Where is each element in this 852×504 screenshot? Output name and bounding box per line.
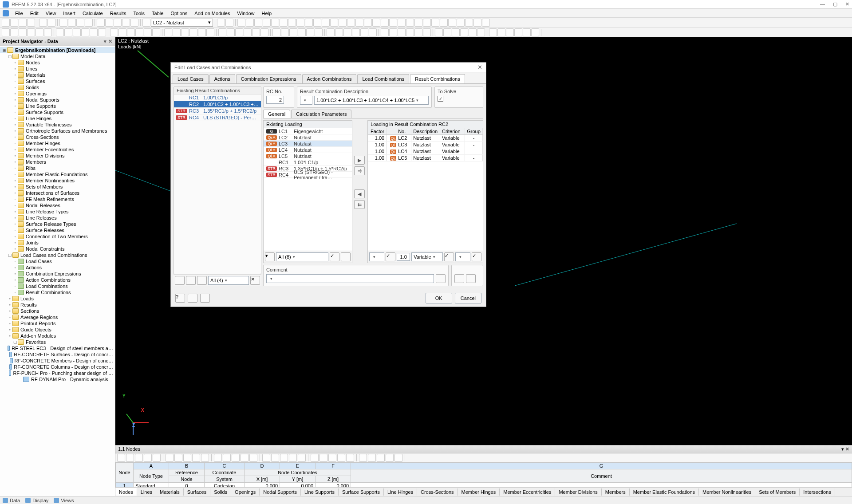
menu-file[interactable]: File xyxy=(12,10,27,17)
tree-item[interactable]: ▫Line Release Types xyxy=(0,209,115,215)
loading-row[interactable]: RC11.00*LC1/p xyxy=(264,159,352,165)
tb-nav-next[interactable] xyxy=(225,19,233,27)
tb2-41[interactable] xyxy=(369,28,377,36)
dpbtn-22[interactable] xyxy=(328,454,336,462)
tb2-10[interactable] xyxy=(90,28,98,36)
menu-tools[interactable]: Tools xyxy=(130,10,148,17)
tb2-24[interactable] xyxy=(218,28,226,36)
dialog-tab[interactable]: Result Combinations xyxy=(410,74,465,83)
dpbtn-19[interactable] xyxy=(298,454,306,462)
tree-item[interactable]: ▫Actions xyxy=(0,264,115,271)
tb2-33[interactable] xyxy=(298,28,306,36)
dpbtn-13[interactable] xyxy=(241,454,248,462)
tree-item[interactable]: ▫Nodal Constraints xyxy=(0,246,115,252)
rc-row[interactable]: RC21.00*LC2 + 1.00*LC3 + 1.00*LC4 + 1… xyxy=(174,101,261,108)
tb-extra-18[interactable] xyxy=(389,19,397,27)
tb2-39[interactable] xyxy=(352,28,360,36)
tree-item[interactable]: ▫Joints xyxy=(0,240,115,246)
comment-pick-button[interactable] xyxy=(436,274,446,283)
dpbtn-0[interactable] xyxy=(117,454,125,462)
tb-extra-11[interactable] xyxy=(330,19,338,27)
loading-row[interactable]: GLC1Eigengewicht xyxy=(264,128,352,134)
tb-nav-prev[interactable] xyxy=(217,19,225,27)
tree-item[interactable]: ▫Add-on Modules xyxy=(0,333,115,339)
dp-close-icon[interactable]: ✕ xyxy=(845,446,849,452)
loading-check-button[interactable]: ✓ xyxy=(330,252,339,261)
tb-extra-26[interactable] xyxy=(457,19,465,27)
tb2-53[interactable] xyxy=(477,28,485,36)
rc-new-button[interactable] xyxy=(175,276,185,285)
dialog-tab[interactable]: Actions xyxy=(209,74,235,83)
tb-redo[interactable] xyxy=(47,19,55,27)
tb-b9[interactable] xyxy=(130,19,138,27)
tb2-19[interactable] xyxy=(173,28,181,36)
tb2-2[interactable] xyxy=(19,28,27,36)
nav-close-icon[interactable]: ✕ xyxy=(108,39,112,44)
tree-item[interactable]: ▫Result Combinations xyxy=(0,289,115,295)
tree-item[interactable]: ▫Nodal Supports xyxy=(0,97,115,103)
criterion-dropdown[interactable]: Variable▾ xyxy=(411,252,443,261)
tree-item[interactable]: ▫Intersections of Surfaces xyxy=(0,190,115,196)
tree-item[interactable]: ▫Ribs xyxy=(0,165,115,171)
tb2-51[interactable] xyxy=(460,28,468,36)
status-views[interactable]: Views xyxy=(54,498,74,503)
tb-extra-23[interactable] xyxy=(431,19,439,27)
tb2-35[interactable] xyxy=(315,28,323,36)
data-tab[interactable]: Materials xyxy=(156,488,184,496)
tb-extra-28[interactable] xyxy=(473,19,481,27)
loading-row[interactable]: Qi ALC2Nutzlast xyxy=(264,134,352,141)
tree-item[interactable]: ▫Cross-Sections xyxy=(0,134,115,140)
tb-extra-29[interactable] xyxy=(482,19,490,27)
tb-open[interactable] xyxy=(10,19,18,27)
tree-item[interactable]: ▫Openings xyxy=(0,91,115,97)
tree-item[interactable]: ▫Action Combinations xyxy=(0,277,115,283)
rc-filter-dropdown[interactable]: All (4)▾ xyxy=(208,276,249,285)
tb2-46[interactable] xyxy=(414,28,422,36)
tree-item[interactable]: ▫Connection of Two Members xyxy=(0,233,115,240)
dpbtn-4[interactable] xyxy=(153,454,161,462)
factor-input[interactable] xyxy=(397,253,410,261)
data-tab[interactable]: Openings xyxy=(231,488,260,496)
rc-row[interactable]: STRRC31.35*RC1/p + 1.5*RC2/p xyxy=(174,108,261,114)
tree-item[interactable]: RF-CONCRETE Surfaces - Design of concr… xyxy=(0,351,115,358)
tree-item[interactable]: ▫FE Mesh Refinements xyxy=(0,196,115,202)
tb2-34[interactable] xyxy=(306,28,314,36)
tb-extra-8[interactable] xyxy=(305,19,313,27)
tb-extra-12[interactable] xyxy=(339,19,347,27)
rc-table-row[interactable]: 1.00Qi ALC3NutzlastVariable- xyxy=(368,142,483,148)
tree-item[interactable]: ▫Printout Reports xyxy=(0,320,115,327)
dpbtn-23[interactable] xyxy=(337,454,345,462)
loading-row[interactable]: STRRC4ULS (STR/GEO) - Permanent / tra… xyxy=(264,172,352,178)
tb-extra-2[interactable] xyxy=(254,19,262,27)
tb2-17[interactable] xyxy=(152,28,160,36)
tb-print[interactable] xyxy=(27,19,35,27)
tb-extra-13[interactable] xyxy=(347,19,355,27)
to-solve-checkbox[interactable]: ✓ xyxy=(438,96,443,102)
factor-type-dd[interactable]: ▾ xyxy=(369,252,384,261)
menu-window[interactable]: Window xyxy=(233,10,258,17)
remove-single-button[interactable]: ◀ xyxy=(354,189,365,198)
loading-row[interactable]: Qi ALC5Nutzlast xyxy=(264,153,352,159)
rc-no-input[interactable] xyxy=(266,96,284,104)
rc-row[interactable]: STRRC4ULS (STR/GEO) - Permanent / transi… xyxy=(174,114,261,121)
tb2-22[interactable] xyxy=(198,28,206,36)
tb-undo[interactable] xyxy=(39,19,47,27)
dpbtn-5[interactable] xyxy=(166,454,174,462)
factor-apply-button[interactable]: ✓ xyxy=(386,252,395,261)
dpbtn-14[interactable] xyxy=(249,454,257,462)
tb2-12[interactable] xyxy=(110,28,118,36)
dpbtn-18[interactable] xyxy=(289,454,297,462)
rc-table-row[interactable]: 1.00Qi ALC5NutzlastVariable- xyxy=(368,155,483,161)
tb2-36[interactable] xyxy=(327,28,335,36)
data-tab[interactable]: Members xyxy=(602,488,630,496)
tb2-48[interactable] xyxy=(435,28,443,36)
dpbtn-25[interactable] xyxy=(359,454,367,462)
data-tab[interactable]: Surface Supports xyxy=(339,488,384,496)
group-apply-button[interactable]: ✓ xyxy=(472,252,481,261)
tb-b3[interactable] xyxy=(76,19,84,27)
tree-item[interactable]: ▫Results xyxy=(0,302,115,308)
tb2-1[interactable] xyxy=(10,28,18,36)
dpbtn-27[interactable] xyxy=(377,454,385,462)
tree-item[interactable]: RF-PUNCH Pro - Punching shear design of … xyxy=(0,370,115,376)
tb2-9[interactable] xyxy=(81,28,89,36)
